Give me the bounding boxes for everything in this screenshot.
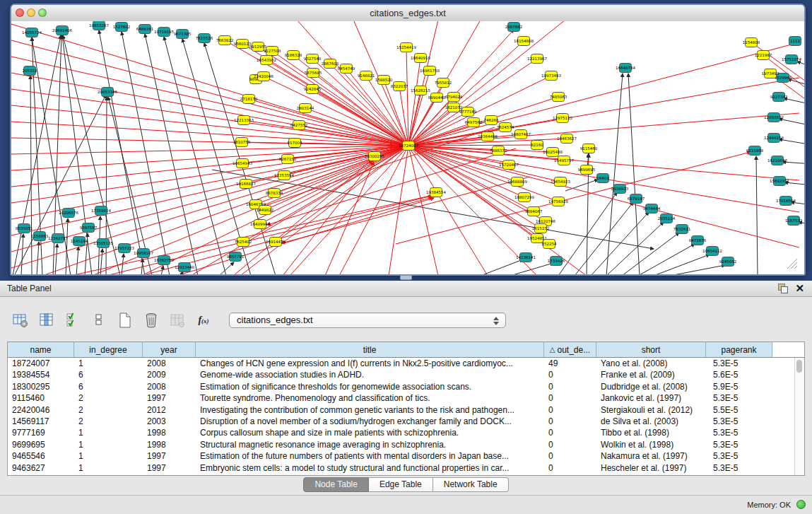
scrollbar-thumb[interactable] <box>796 360 802 373</box>
graph-node[interactable]: 10807487 <box>511 130 531 139</box>
graph-node[interactable]: 1615152 <box>532 224 550 233</box>
graph-node[interactable]: 12093832 <box>764 113 784 122</box>
graph-node[interactable]: 1156863 <box>31 232 49 241</box>
graph-node[interactable]: 8990448 <box>428 93 446 103</box>
graph-node[interactable]: 1112 <box>789 37 801 46</box>
table-row[interactable]: 1938455462009Genome-wide association stu… <box>8 369 804 380</box>
graph-node[interactable]: 10958107 <box>134 249 153 258</box>
graph-node[interactable]: 15751074 <box>782 55 801 64</box>
graph-node[interactable]: 9777169 <box>459 107 477 117</box>
graph-node[interactable]: 9115460 <box>580 144 598 153</box>
graph-node[interactable]: 17957223 <box>114 244 134 253</box>
column-header-in_degree[interactable]: in_degree <box>74 342 143 357</box>
graph-node[interactable]: 14055724 <box>22 28 42 37</box>
graph-node[interactable]: 7632621 <box>673 225 691 234</box>
window-titlebar[interactable]: citations_edges.txt <box>11 5 804 22</box>
graph-node[interactable]: 9327548 <box>304 54 322 64</box>
graph-node[interactable]: 1221987 <box>755 51 772 60</box>
graph-node[interactable]: 917004 <box>288 139 302 148</box>
graph-node[interactable]: 746266 <box>484 116 499 125</box>
graph-node[interactable]: 7663822 <box>216 36 234 45</box>
graph-node[interactable]: 8878334 <box>266 189 283 198</box>
column-header-title[interactable]: title <box>196 342 544 357</box>
graph-node[interactable]: 2087682 <box>505 23 523 32</box>
graph-node[interactable]: 8215958 <box>746 146 764 156</box>
minimize-window-button[interactable] <box>27 8 35 17</box>
graph-node[interactable]: 252254 <box>542 240 557 249</box>
row-height-icon[interactable] <box>90 311 108 329</box>
table-row[interactable]: 1830029562008Estimation of significance … <box>8 381 804 392</box>
graph-node[interactable]: 20053346 <box>98 88 117 97</box>
column-header-name[interactable]: name <box>8 342 74 357</box>
graph-node[interactable]: 6794024 <box>445 93 463 102</box>
graph-node[interactable]: 7625402 <box>235 238 252 247</box>
vertical-scrollbar[interactable] <box>794 358 804 475</box>
table-row[interactable]: 946554611997Estimation of the future num… <box>8 450 804 462</box>
table-mode-icon[interactable] <box>11 311 30 329</box>
table-selector-dropdown[interactable]: citations_edges.txt <box>229 313 506 328</box>
graph-node[interactable]: 9242845 <box>304 85 322 94</box>
delete-column-icon[interactable] <box>142 311 160 329</box>
graph-node[interactable]: 7955812 <box>435 78 452 88</box>
table-row[interactable]: 2242004622012Investigating the contribut… <box>8 404 804 416</box>
graph-node[interactable]: 1154808 <box>743 38 760 47</box>
graph-node[interactable]: 205310 <box>23 66 37 76</box>
graph-node[interactable]: 16914479 <box>266 238 286 247</box>
graph-node[interactable]: 8471676 <box>689 236 707 245</box>
graph-node[interactable]: 16401 <box>596 174 609 183</box>
graph-node[interactable]: 8322037 <box>391 82 408 91</box>
graph-node[interactable]: 19756928 <box>548 197 568 206</box>
graph-node[interactable]: 1527602 <box>113 23 131 32</box>
table-row[interactable]: 977716911998Corpus callosum shape and si… <box>8 427 804 438</box>
graph-node[interactable]: 15626215 <box>411 86 430 95</box>
graph-node[interactable]: 12923448 <box>175 263 194 272</box>
column-header-short[interactable]: short <box>596 342 706 357</box>
new-column-icon[interactable] <box>116 311 134 329</box>
graph-node[interactable]: 2718170 <box>240 95 258 104</box>
splitter-handle[interactable] <box>400 275 412 280</box>
graph-node[interactable]: 1733426 <box>548 257 565 266</box>
network-canvas[interactable]: 1405572420691406106532871527602646616110… <box>11 21 804 274</box>
table-row[interactable]: 969969511998Structural magnetic resonanc… <box>8 439 804 450</box>
graph-node[interactable]: 10025488 <box>543 148 563 157</box>
graph-node[interactable]: 10653287 <box>89 21 109 30</box>
graph-node[interactable]: 6497568 <box>465 118 483 127</box>
select-columns-icon[interactable] <box>64 311 82 329</box>
graph-node[interactable]: 9671385 <box>174 30 192 39</box>
graph-node[interactable]: 17359924 <box>91 206 111 216</box>
graph-node[interactable]: 7615526 <box>196 34 213 43</box>
graph-node[interactable]: 14136141 <box>516 253 536 262</box>
graph-node[interactable]: 13505135 <box>93 239 113 248</box>
graph-node[interactable]: 6466161 <box>136 25 154 34</box>
show-columns-icon[interactable] <box>37 311 56 329</box>
graph-node[interactable]: 10719195 <box>154 28 174 37</box>
table-row[interactable]: 1456911722003Disruption of a novel membe… <box>8 416 804 427</box>
graph-node[interactable]: 15254419 <box>396 43 416 52</box>
graph-node[interactable]: 9245652 <box>719 257 737 267</box>
graph-node[interactable]: 7485063 <box>550 93 567 102</box>
table-row[interactable]: 911546021997Tourette syndrome. Phenomeno… <box>8 392 804 404</box>
graph-node[interactable]: 16210643 <box>767 156 787 165</box>
canvas-resize-grip[interactable] <box>787 259 797 269</box>
graph-node[interactable]: 18640910 <box>411 54 430 63</box>
tab-network-table[interactable]: Network Table <box>433 477 509 492</box>
tab-node-table[interactable]: Node Table <box>303 477 369 492</box>
graph-node[interactable]: 8454749 <box>338 64 355 74</box>
zoom-window-button[interactable] <box>38 8 47 17</box>
table-row[interactable]: 946362711997Embryonic stem cells: a mode… <box>8 462 804 474</box>
graph-node[interactable]: 8938923 <box>611 185 629 194</box>
graph-node[interactable]: 1449822 <box>257 206 274 215</box>
graph-node[interactable]: 9397587 <box>80 223 98 233</box>
graph-node[interactable]: 16961758 <box>420 66 440 76</box>
close-window-button[interactable] <box>16 8 24 17</box>
graph-node[interactable]: 2803144 <box>297 104 314 113</box>
graph-node[interactable]: 1167533 <box>785 216 803 226</box>
column-header-pagerank[interactable]: pagerank <box>706 342 772 357</box>
graph-node[interactable]: 6879197 <box>628 194 645 204</box>
graph-node[interactable]: 7886372 <box>490 146 507 156</box>
graph-node[interactable]: 8535051 <box>16 224 33 233</box>
graph-node[interactable]: 9857791 <box>227 252 245 262</box>
graph-node[interactable]: 19654923 <box>551 177 570 187</box>
graph-node[interactable]: 1588520 <box>375 76 393 85</box>
graph-node[interactable]: 82160 <box>531 141 543 150</box>
